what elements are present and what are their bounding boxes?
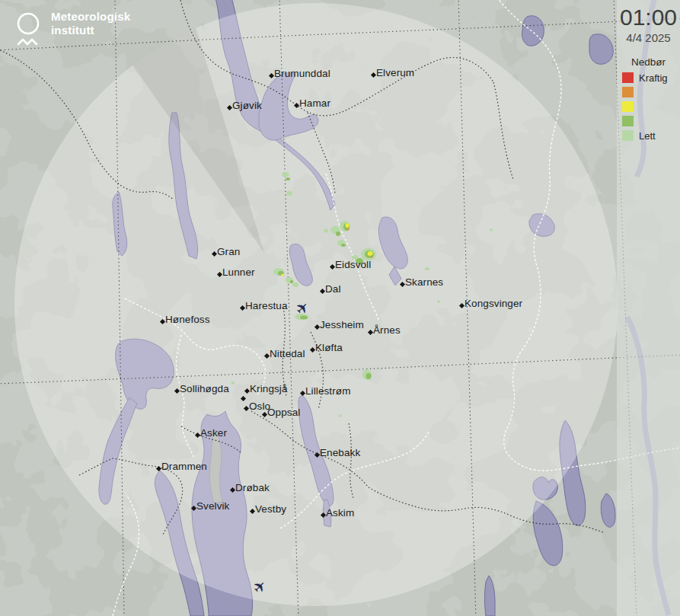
precip-echo <box>366 373 372 379</box>
precip-echo <box>231 381 235 385</box>
precip-echo <box>346 223 350 228</box>
precip-echo <box>324 229 328 233</box>
precip-echo <box>347 228 350 231</box>
legend-row <box>622 101 680 112</box>
legend-swatch <box>622 87 634 97</box>
precip-legend: Nedbør KraftigLett <box>617 56 680 141</box>
precip-echo <box>281 274 284 276</box>
precip-echo <box>286 191 292 196</box>
legend-label: Lett <box>639 130 656 142</box>
clock: 01:00 4/4 2025 <box>617 5 680 44</box>
legend-swatch <box>622 101 634 112</box>
org-name-line2: institutt <box>51 24 130 37</box>
legend-swatch <box>622 72 634 83</box>
precip-echo <box>292 282 298 287</box>
legend-row <box>622 87 680 97</box>
precip-echo <box>356 258 363 264</box>
legend-title: Nedbør <box>617 56 680 68</box>
radar-coverage-circle <box>14 3 618 606</box>
precip-echo <box>336 231 340 236</box>
radar-map-canvas <box>0 0 680 616</box>
info-panel: 01:00 4/4 2025 Nedbør KraftigLett <box>617 0 680 616</box>
met-logo: Meteorologisk institutt <box>9 8 130 53</box>
legend-swatch <box>622 130 634 141</box>
precip-echo <box>279 413 283 416</box>
legend-label: Kraftig <box>639 72 668 84</box>
precip-echo <box>371 256 373 258</box>
legend-row <box>622 116 680 126</box>
precip-echo <box>437 300 440 303</box>
legend-rows: KraftigLett <box>617 72 680 141</box>
precip-echo <box>282 172 289 177</box>
precip-echo <box>339 414 342 417</box>
radar-map-screen: BrumunddalElverumGjøvikHamarGranLunnerEi… <box>0 0 680 616</box>
legend-swatch <box>622 116 634 126</box>
precip-echo <box>425 267 429 270</box>
legend-row: Kraftig <box>622 72 680 83</box>
time-display: 01:00 <box>617 5 680 30</box>
org-name-line1: Meteorologisk <box>51 10 130 24</box>
precip-echo <box>290 280 294 283</box>
precip-echo <box>490 228 493 231</box>
precip-echo <box>286 177 290 180</box>
legend-row: Lett <box>622 130 680 141</box>
met-logo-icon <box>9 8 44 53</box>
lake-storsjoen <box>522 16 544 46</box>
precip-echo <box>341 244 346 247</box>
date-display: 4/4 2025 <box>617 31 680 44</box>
precip-echo <box>368 251 373 256</box>
